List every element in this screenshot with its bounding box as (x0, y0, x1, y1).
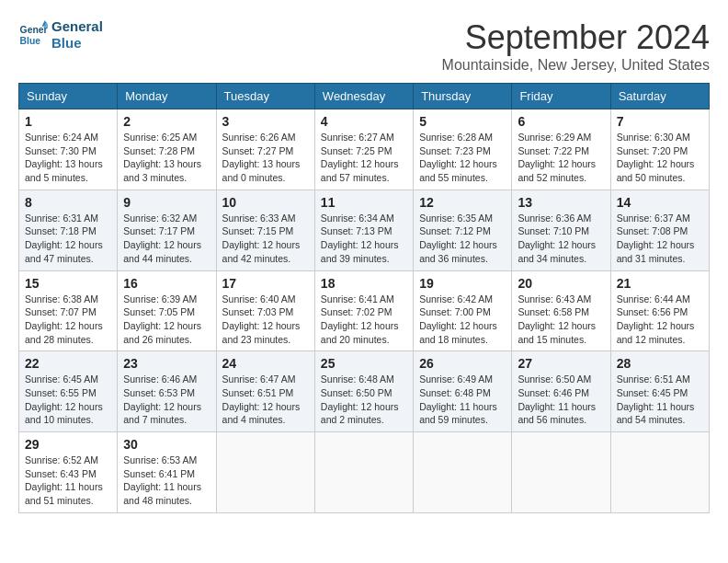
calendar-week-row: 29 Sunrise: 6:52 AM Sunset: 6:43 PM Dayl… (19, 432, 710, 513)
day-info: Sunrise: 6:49 AM Sunset: 6:48 PM Dayligh… (419, 373, 506, 427)
calendar-week-row: 1 Sunrise: 6:24 AM Sunset: 7:30 PM Dayli… (19, 109, 710, 190)
calendar-cell: 2 Sunrise: 6:25 AM Sunset: 7:28 PM Dayli… (118, 109, 216, 190)
svg-text:General: General (20, 25, 48, 35)
day-info: Sunrise: 6:25 AM Sunset: 7:28 PM Dayligh… (123, 131, 210, 185)
day-number: 23 (123, 356, 210, 371)
day-number: 5 (419, 114, 506, 129)
svg-text:Blue: Blue (20, 36, 41, 46)
calendar-cell: 7 Sunrise: 6:30 AM Sunset: 7:20 PM Dayli… (610, 109, 709, 190)
calendar-table: SundayMondayTuesdayWednesdayThursdayFrid… (18, 83, 710, 513)
calendar-cell: 8 Sunrise: 6:31 AM Sunset: 7:18 PM Dayli… (19, 190, 118, 270)
location: Mountainside, New Jersey, United States (442, 57, 710, 74)
calendar-cell: 3 Sunrise: 6:26 AM Sunset: 7:27 PM Dayli… (216, 109, 314, 190)
calendar-cell: 9 Sunrise: 6:32 AM Sunset: 7:17 PM Dayli… (118, 190, 216, 270)
calendar-cell: 11 Sunrise: 6:34 AM Sunset: 7:13 PM Dayl… (314, 190, 413, 270)
day-info: Sunrise: 6:38 AM Sunset: 7:07 PM Dayligh… (25, 293, 111, 347)
day-info: Sunrise: 6:47 AM Sunset: 6:51 PM Dayligh… (222, 373, 309, 427)
day-number: 2 (123, 114, 210, 129)
day-info: Sunrise: 6:31 AM Sunset: 7:18 PM Dayligh… (25, 212, 111, 266)
day-info: Sunrise: 6:36 AM Sunset: 7:10 PM Dayligh… (518, 212, 604, 266)
calendar-cell: 28 Sunrise: 6:51 AM Sunset: 6:45 PM Dayl… (610, 351, 709, 432)
calendar-cell: 4 Sunrise: 6:27 AM Sunset: 7:25 PM Dayli… (314, 109, 413, 190)
calendar-cell: 30 Sunrise: 6:53 AM Sunset: 6:41 PM Dayl… (118, 432, 216, 513)
day-number: 17 (222, 276, 309, 291)
calendar-cell (414, 432, 512, 513)
day-number: 20 (518, 276, 604, 291)
calendar-cell (512, 432, 610, 513)
logo-blue: Blue (51, 35, 103, 52)
day-number: 16 (123, 276, 210, 291)
calendar-header-row: SundayMondayTuesdayWednesdayThursdayFrid… (19, 84, 710, 109)
day-info: Sunrise: 6:52 AM Sunset: 6:43 PM Dayligh… (25, 454, 111, 508)
calendar-cell: 13 Sunrise: 6:36 AM Sunset: 7:10 PM Dayl… (512, 190, 610, 270)
day-info: Sunrise: 6:34 AM Sunset: 7:13 PM Dayligh… (321, 212, 407, 266)
header-saturday: Saturday (610, 84, 709, 109)
day-info: Sunrise: 6:30 AM Sunset: 7:20 PM Dayligh… (617, 131, 703, 185)
calendar-cell: 26 Sunrise: 6:49 AM Sunset: 6:48 PM Dayl… (414, 351, 512, 432)
header-thursday: Thursday (414, 84, 512, 109)
day-info: Sunrise: 6:40 AM Sunset: 7:03 PM Dayligh… (222, 293, 309, 347)
day-number: 7 (617, 114, 703, 129)
day-info: Sunrise: 6:53 AM Sunset: 6:41 PM Dayligh… (123, 454, 210, 508)
calendar-cell: 29 Sunrise: 6:52 AM Sunset: 6:43 PM Dayl… (19, 432, 118, 513)
day-info: Sunrise: 6:48 AM Sunset: 6:50 PM Dayligh… (321, 373, 407, 427)
day-info: Sunrise: 6:28 AM Sunset: 7:23 PM Dayligh… (419, 131, 506, 185)
day-info: Sunrise: 6:33 AM Sunset: 7:15 PM Dayligh… (222, 212, 309, 266)
calendar-cell: 12 Sunrise: 6:35 AM Sunset: 7:12 PM Dayl… (414, 190, 512, 270)
title-area: September 2024 Mountainside, New Jersey,… (442, 18, 710, 74)
day-number: 18 (321, 276, 407, 291)
calendar-cell: 18 Sunrise: 6:41 AM Sunset: 7:02 PM Dayl… (314, 270, 413, 351)
day-number: 22 (25, 356, 111, 371)
day-number: 19 (419, 276, 506, 291)
calendar-cell: 17 Sunrise: 6:40 AM Sunset: 7:03 PM Dayl… (216, 270, 314, 351)
calendar-cell: 15 Sunrise: 6:38 AM Sunset: 7:07 PM Dayl… (19, 270, 118, 351)
day-number: 4 (321, 114, 407, 129)
calendar-cell: 19 Sunrise: 6:42 AM Sunset: 7:00 PM Dayl… (414, 270, 512, 351)
day-info: Sunrise: 6:35 AM Sunset: 7:12 PM Dayligh… (419, 212, 506, 266)
day-info: Sunrise: 6:39 AM Sunset: 7:05 PM Dayligh… (123, 293, 210, 347)
day-number: 21 (617, 276, 703, 291)
calendar-cell: 6 Sunrise: 6:29 AM Sunset: 7:22 PM Dayli… (512, 109, 610, 190)
day-info: Sunrise: 6:24 AM Sunset: 7:30 PM Dayligh… (25, 131, 111, 185)
day-info: Sunrise: 6:50 AM Sunset: 6:46 PM Dayligh… (518, 373, 604, 427)
day-number: 26 (419, 356, 506, 371)
header: General Blue General Blue September 2024… (18, 18, 710, 74)
logo: General Blue General Blue (18, 18, 103, 52)
logo-icon: General Blue (18, 20, 48, 50)
calendar-cell: 16 Sunrise: 6:39 AM Sunset: 7:05 PM Dayl… (118, 270, 216, 351)
calendar-cell: 22 Sunrise: 6:45 AM Sunset: 6:55 PM Dayl… (19, 351, 118, 432)
calendar-cell: 27 Sunrise: 6:50 AM Sunset: 6:46 PM Dayl… (512, 351, 610, 432)
day-number: 11 (321, 195, 407, 210)
day-number: 10 (222, 195, 309, 210)
day-number: 29 (25, 437, 111, 452)
day-info: Sunrise: 6:43 AM Sunset: 6:58 PM Dayligh… (518, 293, 604, 347)
day-info: Sunrise: 6:26 AM Sunset: 7:27 PM Dayligh… (222, 131, 309, 185)
day-number: 12 (419, 195, 506, 210)
calendar-cell (610, 432, 709, 513)
day-number: 3 (222, 114, 309, 129)
header-sunday: Sunday (19, 84, 118, 109)
day-number: 6 (518, 114, 604, 129)
day-number: 30 (123, 437, 210, 452)
calendar-cell (314, 432, 413, 513)
day-number: 9 (123, 195, 210, 210)
calendar-cell: 20 Sunrise: 6:43 AM Sunset: 6:58 PM Dayl… (512, 270, 610, 351)
calendar-week-row: 22 Sunrise: 6:45 AM Sunset: 6:55 PM Dayl… (19, 351, 710, 432)
day-info: Sunrise: 6:37 AM Sunset: 7:08 PM Dayligh… (617, 212, 703, 266)
day-info: Sunrise: 6:32 AM Sunset: 7:17 PM Dayligh… (123, 212, 210, 266)
day-info: Sunrise: 6:46 AM Sunset: 6:53 PM Dayligh… (123, 373, 210, 427)
day-number: 15 (25, 276, 111, 291)
day-info: Sunrise: 6:51 AM Sunset: 6:45 PM Dayligh… (617, 373, 703, 427)
day-info: Sunrise: 6:45 AM Sunset: 6:55 PM Dayligh… (25, 373, 111, 427)
day-number: 25 (321, 356, 407, 371)
header-tuesday: Tuesday (216, 84, 314, 109)
day-number: 24 (222, 356, 309, 371)
header-wednesday: Wednesday (314, 84, 413, 109)
day-number: 1 (25, 114, 111, 129)
day-info: Sunrise: 6:29 AM Sunset: 7:22 PM Dayligh… (518, 131, 604, 185)
calendar-cell: 25 Sunrise: 6:48 AM Sunset: 6:50 PM Dayl… (314, 351, 413, 432)
calendar-cell: 5 Sunrise: 6:28 AM Sunset: 7:23 PM Dayli… (414, 109, 512, 190)
calendar-cell: 10 Sunrise: 6:33 AM Sunset: 7:15 PM Dayl… (216, 190, 314, 270)
calendar-cell: 14 Sunrise: 6:37 AM Sunset: 7:08 PM Dayl… (610, 190, 709, 270)
day-info: Sunrise: 6:44 AM Sunset: 6:56 PM Dayligh… (617, 293, 703, 347)
